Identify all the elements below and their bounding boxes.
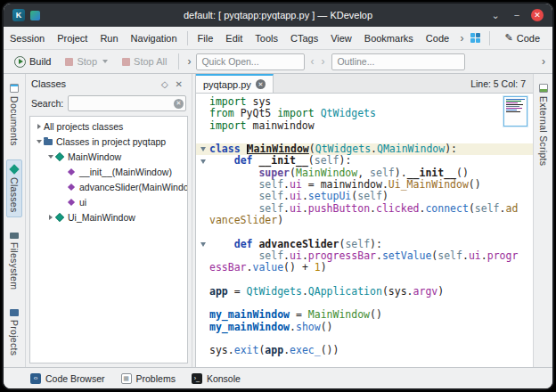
menu-view[interactable]: View [324, 27, 358, 49]
dock-tab-label: Documents [9, 96, 20, 146]
build-button[interactable]: Build [9, 54, 56, 69]
dock-tab-filesystem[interactable]: Filesystem [7, 226, 21, 294]
code-line[interactable]: class MainWindow(QtWidgets.QMainWindow): [196, 143, 533, 155]
fold-margin [196, 226, 209, 238]
toolbar-overflow-chevron-icon[interactable]: › [540, 55, 547, 68]
stop-all-button[interactable]: Stop All [117, 54, 172, 69]
tree-item[interactable]: ui [30, 194, 187, 209]
code-line[interactable]: self.ui = mainwindow.Ui_MainWindow() [196, 179, 533, 191]
shade-button[interactable]: ⌄ [488, 8, 503, 22]
outline-input[interactable] [331, 53, 465, 70]
code-line[interactable]: from PyQt5 import QtWidgets [196, 108, 533, 119]
tab-pyqtapp-py[interactable]: pyqtapp.py ✕ [196, 74, 274, 93]
menu-tools[interactable]: Tools [249, 27, 284, 49]
menu-code[interactable]: Code [420, 27, 455, 49]
close-button[interactable]: ✕ [531, 9, 544, 21]
fold-marker-icon[interactable] [200, 159, 206, 164]
toolbar-extension-chevron-icon[interactable]: › [185, 55, 192, 68]
fold-margin [196, 167, 209, 179]
fold-margin[interactable] [196, 239, 209, 250]
fold-margin [196, 120, 209, 132]
code-line[interactable] [196, 132, 533, 143]
statusbar: ‹›Code Browser▦Problems›_Konsole [4, 367, 552, 388]
menu-edit[interactable]: Edit [219, 27, 249, 49]
next-context-button[interactable]: › [319, 55, 326, 68]
expander-icon[interactable] [45, 155, 55, 159]
fold-marker-icon[interactable] [200, 147, 206, 151]
tree-item[interactable]: All projects classes [30, 118, 187, 134]
field-icon [68, 198, 75, 205]
code-line[interactable]: self.ui.setupUi(self) [196, 191, 533, 202]
tree-item[interactable]: MainWindow [30, 149, 187, 164]
code-line[interactable]: def __init__(self): [196, 155, 533, 167]
search-label: Search: [31, 98, 63, 109]
menu-navigation[interactable]: Navigation [125, 27, 184, 49]
code-toggle-label: Code [517, 33, 540, 44]
expander-icon[interactable] [34, 124, 44, 129]
build-icon [14, 56, 26, 68]
quick-open-input[interactable] [196, 53, 305, 70]
minimize-button[interactable]: − [510, 8, 524, 22]
stop-button[interactable]: Stop [60, 54, 113, 69]
code-line[interactable]: super(MainWindow, self).__init__() [196, 167, 533, 179]
titlebar[interactable]: default: [ pyqtapp:pyqtapp.py ] — KDevel… [4, 4, 552, 27]
menu-ctags[interactable]: CTags [284, 27, 324, 49]
area-switcher-icon[interactable] [470, 33, 480, 43]
expander-icon[interactable] [34, 140, 44, 143]
minimap[interactable] [503, 96, 527, 127]
statusbar-problems[interactable]: ▦Problems [121, 373, 176, 384]
code-line[interactable] [196, 226, 533, 238]
class-icon [55, 151, 64, 160]
menu-bookmarks[interactable]: Bookmarks [358, 27, 420, 49]
code-line[interactable]: my_mainWindow.show() [196, 322, 533, 333]
fold-margin [196, 215, 209, 226]
fold-margin[interactable] [196, 143, 209, 155]
dock-tab-documents[interactable]: Documents [7, 79, 21, 151]
tree-item[interactable]: Ui_MainWindow [30, 209, 187, 225]
menu-file[interactable]: File [192, 27, 220, 49]
statusbar-konsole[interactable]: ›_Konsole [192, 373, 241, 384]
stop-dropdown-icon[interactable] [102, 60, 108, 63]
code-line[interactable]: sys.exit(app.exec_()) [196, 345, 533, 356]
tree-item-label: Classes in project pyqtapp [56, 136, 166, 147]
menu-run[interactable]: Run [94, 27, 124, 49]
code-line[interactable]: essBar.value() + 1) [196, 262, 533, 274]
dock-tab-classes[interactable]: Classes [6, 159, 22, 217]
tree-item[interactable]: Classes in project pyqtapp [30, 134, 187, 149]
code-line[interactable]: import mainwindow [196, 120, 533, 132]
clear-search-icon[interactable]: ✕ [174, 99, 184, 109]
toolbar-separator [178, 53, 179, 69]
code-line[interactable] [196, 333, 533, 345]
class-search-input[interactable] [68, 95, 186, 111]
code-line[interactable] [196, 274, 533, 285]
close-panel-icon[interactable]: ✕ [172, 79, 186, 89]
dock-tab-projects[interactable]: Projects [7, 303, 21, 360]
code-line[interactable]: def advanceSlider(self): [196, 239, 533, 250]
tree-item[interactable]: __init__(MainWindow) [30, 164, 187, 179]
detach-panel-icon[interactable]: ◇ [158, 79, 172, 89]
fold-margin[interactable] [196, 155, 209, 167]
tab-close-icon[interactable]: ✕ [256, 79, 266, 89]
previous-context-button[interactable]: ‹ [308, 55, 315, 68]
tree-item-label: Ui_MainWindow [68, 212, 135, 223]
classes-panel-title: Classes [31, 78, 66, 89]
menu-project[interactable]: Project [51, 27, 94, 49]
tree-item[interactable]: advanceSlider(MainWindow) [30, 179, 187, 194]
statusbar-code-browser[interactable]: ‹›Code Browser [30, 373, 105, 384]
dock-tab-external-scripts[interactable]: External Scripts [536, 79, 551, 170]
menu-session[interactable]: Session [4, 27, 51, 49]
code-sidebar-toggle[interactable]: ✎ Code [499, 30, 545, 45]
fold-marker-icon[interactable] [200, 242, 206, 247]
code-line[interactable]: self.ui.pushButton.clicked.connect(self.… [196, 203, 533, 215]
editor-view[interactable]: import sysfrom PyQt5 import QtWidgetsimp… [196, 94, 533, 367]
code-line[interactable]: app = QtWidgets.QApplication(sys.argv) [196, 286, 533, 298]
expander-icon[interactable] [45, 215, 55, 220]
filesystem-icon [10, 233, 19, 239]
code-line[interactable]: self.ui.progressBar.setValue(self.ui.pro… [196, 250, 533, 262]
code-line[interactable]: import sys [196, 96, 533, 108]
code-line[interactable]: vanceSlider) [196, 215, 533, 226]
menu-overflow-chevron-icon[interactable]: › [458, 32, 465, 45]
code-line[interactable] [196, 298, 533, 309]
code-line[interactable]: my_mainWindow = MainWindow() [196, 309, 533, 321]
left-dock-strip: DocumentsClassesFilesystemProjects [4, 74, 26, 367]
